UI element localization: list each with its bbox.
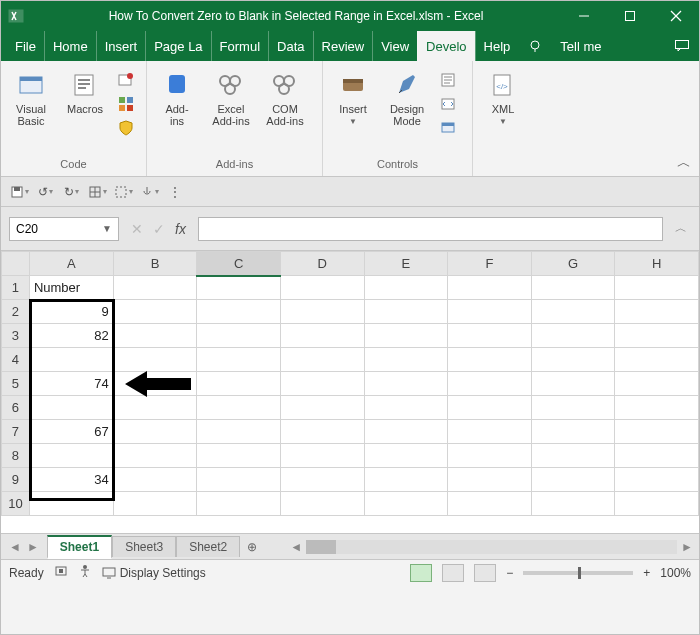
minimize-button[interactable] bbox=[561, 1, 607, 31]
insert-control-button[interactable]: Insert ▼ bbox=[329, 65, 377, 126]
col-header-B[interactable]: B bbox=[113, 252, 197, 276]
tab-developer[interactable]: Develo bbox=[417, 31, 474, 61]
macros-button[interactable]: Macros bbox=[61, 65, 109, 115]
design-mode-label: Design Mode bbox=[390, 103, 424, 127]
enter-formula-icon[interactable]: ✓ bbox=[153, 221, 165, 237]
cell-A6[interactable] bbox=[29, 396, 113, 420]
cell-A7[interactable]: 67 bbox=[29, 420, 113, 444]
tab-formulas[interactable]: Formul bbox=[211, 31, 268, 61]
tab-help[interactable]: Help bbox=[475, 31, 519, 61]
expand-formula-bar-icon[interactable]: ︿ bbox=[671, 220, 691, 237]
cell-A5[interactable]: 74 bbox=[29, 372, 113, 396]
horizontal-scrollbar[interactable] bbox=[306, 540, 677, 554]
row-header[interactable]: 10 bbox=[2, 492, 30, 516]
scroll-right-icon[interactable]: ► bbox=[681, 540, 693, 554]
zoom-out-button[interactable]: − bbox=[506, 566, 513, 580]
tab-review[interactable]: Review bbox=[313, 31, 373, 61]
zoom-level[interactable]: 100% bbox=[660, 566, 691, 580]
col-header-F[interactable]: F bbox=[448, 252, 532, 276]
design-mode-button[interactable]: Design Mode bbox=[383, 65, 431, 127]
macro-security-icon[interactable] bbox=[115, 117, 137, 139]
cell-A3[interactable]: 82 bbox=[29, 324, 113, 348]
properties-icon[interactable] bbox=[437, 69, 459, 91]
table-icon[interactable] bbox=[87, 182, 107, 202]
cancel-formula-icon[interactable]: ✕ bbox=[131, 221, 143, 237]
cell-A2[interactable]: 9 bbox=[29, 300, 113, 324]
cell-A8[interactable] bbox=[29, 444, 113, 468]
col-header-G[interactable]: G bbox=[531, 252, 615, 276]
redo-icon[interactable]: ↻ bbox=[61, 182, 81, 202]
touch-mode-icon[interactable] bbox=[139, 182, 159, 202]
addins-button[interactable]: Add- ins bbox=[153, 65, 201, 127]
comments-icon[interactable] bbox=[665, 31, 699, 61]
cell[interactable] bbox=[113, 276, 197, 300]
page-break-view-button[interactable] bbox=[474, 564, 496, 582]
col-header-A[interactable]: A bbox=[29, 252, 113, 276]
cell-A10[interactable] bbox=[29, 492, 113, 516]
undo-icon[interactable]: ↺ bbox=[35, 182, 55, 202]
row-header[interactable]: 2 bbox=[2, 300, 30, 324]
close-button[interactable] bbox=[653, 1, 699, 31]
record-macro-icon[interactable] bbox=[115, 69, 137, 91]
qat-customize-icon[interactable]: ⋮ bbox=[165, 182, 185, 202]
row-header[interactable]: 9 bbox=[2, 468, 30, 492]
cell-A9[interactable]: 34 bbox=[29, 468, 113, 492]
collapse-ribbon-button[interactable]: ︿ bbox=[677, 154, 691, 172]
tab-data[interactable]: Data bbox=[268, 31, 312, 61]
lightbulb-icon[interactable] bbox=[518, 31, 552, 61]
tab-view[interactable]: View bbox=[372, 31, 417, 61]
display-settings-button[interactable]: Display Settings bbox=[102, 566, 206, 580]
zoom-slider[interactable] bbox=[523, 571, 633, 575]
spreadsheet[interactable]: A B C D E F G H 1Number 29 382 4 574 6 7… bbox=[1, 251, 699, 533]
tab-file[interactable]: File bbox=[1, 31, 44, 61]
tab-nav-next-icon[interactable]: ► bbox=[27, 540, 39, 554]
col-header-H[interactable]: H bbox=[615, 252, 699, 276]
use-relative-refs-icon[interactable] bbox=[115, 93, 137, 115]
com-addins-button[interactable]: COM Add-ins bbox=[261, 65, 309, 127]
grid[interactable]: A B C D E F G H 1Number 29 382 4 574 6 7… bbox=[1, 251, 699, 516]
row-header[interactable]: 6 bbox=[2, 396, 30, 420]
scroll-left-icon[interactable]: ◄ bbox=[290, 540, 302, 554]
excel-addins-button[interactable]: Excel Add-ins bbox=[207, 65, 255, 127]
new-sheet-button[interactable]: ⊕ bbox=[240, 540, 264, 554]
maximize-button[interactable] bbox=[607, 1, 653, 31]
sheet-tab-sheet3[interactable]: Sheet3 bbox=[112, 536, 176, 557]
tab-nav-prev-icon[interactable]: ◄ bbox=[9, 540, 21, 554]
svg-point-5 bbox=[531, 41, 539, 49]
row-header[interactable]: 4 bbox=[2, 348, 30, 372]
sheet-tab-sheet1[interactable]: Sheet1 bbox=[47, 535, 112, 559]
accessibility-icon[interactable] bbox=[78, 564, 92, 581]
page-layout-view-button[interactable] bbox=[442, 564, 464, 582]
save-icon[interactable] bbox=[9, 182, 29, 202]
svg-rect-18 bbox=[119, 105, 125, 111]
run-dialog-icon[interactable] bbox=[437, 117, 459, 139]
cell-A4[interactable] bbox=[29, 348, 113, 372]
select-all-corner[interactable] bbox=[2, 252, 30, 276]
tab-pagelayout[interactable]: Page La bbox=[145, 31, 210, 61]
xml-button[interactable]: </> XML ▼ bbox=[479, 65, 527, 126]
fx-icon[interactable]: fx bbox=[175, 221, 186, 237]
col-header-C[interactable]: C bbox=[197, 252, 281, 276]
visual-basic-button[interactable]: Visual Basic bbox=[7, 65, 55, 127]
row-header[interactable]: 8 bbox=[2, 444, 30, 468]
name-box[interactable]: C20 ▼ bbox=[9, 217, 119, 241]
macro-recorder-icon[interactable] bbox=[54, 564, 68, 581]
zoom-in-button[interactable]: + bbox=[643, 566, 650, 580]
row-header[interactable]: 1 bbox=[2, 276, 30, 300]
tab-insert[interactable]: Insert bbox=[96, 31, 146, 61]
borders-icon[interactable] bbox=[113, 182, 133, 202]
cell-A1[interactable]: Number bbox=[29, 276, 113, 300]
group-label-code: Code bbox=[1, 158, 146, 176]
tab-home[interactable]: Home bbox=[44, 31, 96, 61]
view-code-icon[interactable] bbox=[437, 93, 459, 115]
tell-me[interactable]: Tell me bbox=[552, 31, 609, 61]
formula-bar[interactable] bbox=[198, 217, 663, 241]
sheet-tab-bar: ◄ ► Sheet1 Sheet3 Sheet2 ⊕ ◄ ► bbox=[1, 533, 699, 559]
normal-view-button[interactable] bbox=[410, 564, 432, 582]
col-header-E[interactable]: E bbox=[364, 252, 448, 276]
row-header[interactable]: 5 bbox=[2, 372, 30, 396]
sheet-tab-sheet2[interactable]: Sheet2 bbox=[176, 536, 240, 557]
row-header[interactable]: 3 bbox=[2, 324, 30, 348]
row-header[interactable]: 7 bbox=[2, 420, 30, 444]
col-header-D[interactable]: D bbox=[280, 252, 364, 276]
